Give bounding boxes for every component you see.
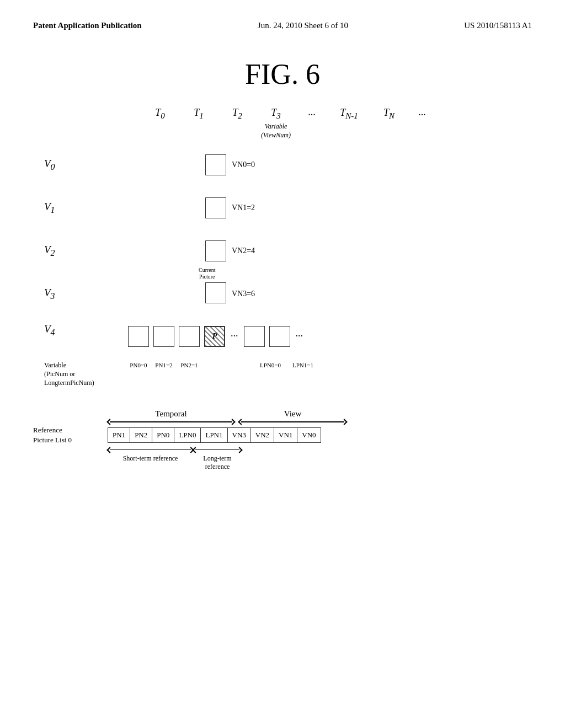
variable-viewnum-line2: (ViewNum) — [261, 131, 291, 139]
lpn1-label: LPN1=1 — [289, 362, 317, 368]
t2-label: T2 — [218, 107, 257, 121]
view-line — [241, 421, 344, 422]
term-labels-row: Short-term reference Long-term reference — [108, 454, 532, 471]
t3-label: T3 Variable (ViewNum) — [257, 107, 295, 121]
vn3-label: VN3=6 — [232, 290, 255, 298]
long-term-arrow — [193, 448, 242, 452]
view-arrow-group: View — [239, 409, 347, 424]
variable-viewnum-line1: Variable — [265, 122, 287, 130]
v3-label: V3 — [33, 287, 127, 301]
arrow-labels-row: Temporal View — [108, 409, 532, 424]
v2-label: V2 — [33, 244, 127, 258]
v3-cell — [205, 282, 226, 303]
dots-v4-end: ··· — [296, 330, 303, 342]
ref-cell-lpn1: LPN1 — [201, 428, 227, 443]
pn1-label: PN1=2 — [152, 362, 175, 368]
v2-row: V2 VN2=4 — [33, 237, 532, 265]
v3-row: V3 CurrentPicture VN3=6 — [33, 280, 532, 308]
vn0-label: VN0=0 — [232, 160, 255, 169]
v4-cell-t0 — [128, 326, 149, 347]
v0-label: V0 — [33, 158, 127, 172]
page-header: Patent Application Publication Jun. 24, … — [33, 11, 532, 36]
v4-row: V4 P ··· ··· — [33, 323, 532, 356]
view-left-arrow — [238, 419, 244, 425]
pn-labels-row: PN0=0 PN1=2 PN2=1 LPN0=0 LPN1=1 — [127, 362, 317, 368]
variable-sublabel: Variable(PicNum orLongtermPicNum) — [44, 361, 127, 388]
v4-cell-tn — [269, 326, 290, 347]
v0-row: V0 VN0=0 — [33, 151, 532, 179]
v4-cell-t1 — [153, 326, 174, 347]
current-picture-label: CurrentPicture — [199, 267, 216, 280]
v1-label: V1 — [33, 201, 127, 215]
page-container: Patent Application Publication Jun. 24, … — [0, 0, 565, 728]
vn2-label: VN2=4 — [232, 247, 255, 255]
t0-label: T0 — [141, 107, 179, 121]
reference-picture-list-section: Temporal View — [33, 409, 532, 470]
v4-cell-t2 — [179, 326, 200, 347]
dots-v4-mid: ··· — [231, 330, 238, 342]
dots-2: ··· — [408, 109, 436, 121]
short-long-arrows-row — [108, 448, 532, 452]
dots-1: ··· — [295, 109, 328, 121]
view-right-arrow — [341, 419, 347, 425]
v4-cells-row: P ··· ··· — [127, 326, 305, 347]
v4-label-col: V4 — [33, 323, 127, 338]
diagram-area: T0 T1 T2 T3 Variable (ViewNum) ··· TN-1 … — [33, 107, 532, 471]
ref-table-row: ReferencePicture List 0 PN1 PN2 PN0 LPN0… — [33, 425, 532, 445]
pn2-label: PN2=1 — [178, 362, 201, 368]
temporal-line — [110, 421, 232, 422]
reference-picture-list-label: ReferencePicture List 0 — [33, 425, 108, 445]
view-label: View — [284, 409, 302, 419]
publication-label: Patent Application Publication — [33, 21, 142, 30]
figure-title: FIG. 6 — [33, 58, 532, 90]
t1-label: T1 — [179, 107, 218, 121]
tn1-label: TN-1 — [328, 107, 370, 121]
ref-cell-pn1: PN1 — [108, 428, 130, 443]
short-long-term-section: Short-term reference Long-term reference — [108, 448, 532, 471]
ref-cell-pn2: PN2 — [130, 428, 152, 443]
long-term-right-arrowhead — [236, 447, 242, 453]
temporal-arrow-group: Temporal — [108, 409, 234, 424]
v1-row: V1 VN1=2 — [33, 194, 532, 222]
reference-picture-table: PN1 PN2 PN0 LPN0 LPN1 VN3 VN2 VN1 VN0 — [108, 427, 321, 443]
ref-cell-vn0: VN0 — [297, 428, 321, 443]
v4-main-label: V4 — [44, 323, 127, 338]
v4-cell-tn1 — [244, 326, 265, 347]
long-term-left-arrowhead — [192, 447, 198, 453]
variable-sublabel-col: Variable(PicNum orLongtermPicNum) — [33, 361, 127, 388]
pn-labels-section: Variable(PicNum orLongtermPicNum) PN0=0 … — [33, 361, 532, 388]
vn1-label: VN1=2 — [232, 204, 255, 212]
patent-number-label: US 2010/158113 A1 — [464, 21, 532, 30]
ref-cell-vn2: VN2 — [250, 428, 274, 443]
short-term-line — [110, 449, 191, 451]
lpn0-label: LPN0=0 — [254, 362, 287, 368]
ref-cell-lpn0: LPN0 — [174, 428, 201, 443]
temporal-right-arrow — [229, 419, 235, 425]
temporal-left-arrow — [106, 419, 113, 425]
temporal-label: Temporal — [155, 409, 186, 419]
ref-cell-pn0: PN0 — [152, 428, 174, 443]
short-term-arrow — [108, 448, 193, 452]
p-label: P — [212, 332, 217, 341]
v4-cell-t3-hatched: P — [204, 326, 225, 347]
pn0-label: PN0=0 — [127, 362, 150, 368]
ref-cell-vn1: VN1 — [274, 428, 297, 443]
tn-label: TN — [370, 107, 408, 121]
short-term-label: Short-term reference — [108, 454, 193, 463]
v0-cell — [205, 154, 226, 175]
long-term-line — [195, 449, 239, 451]
long-term-label: Long-term reference — [193, 454, 242, 471]
short-term-left-arrowhead — [106, 447, 113, 453]
date-sheet-label: Jun. 24, 2010 Sheet 6 of 10 — [258, 21, 348, 30]
v1-cell — [205, 197, 226, 218]
ref-cell-vn3: VN3 — [227, 428, 250, 443]
v2-cell — [205, 240, 226, 261]
